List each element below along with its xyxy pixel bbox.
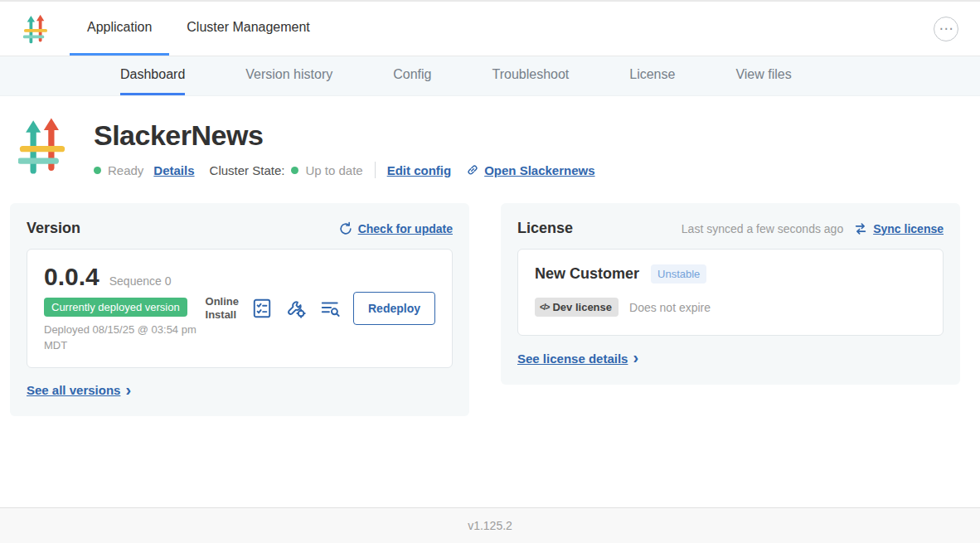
dashboard-cards: Version Check for update 0.0.4 Sequence … [0, 203, 980, 416]
version-actions: Online Install [206, 292, 435, 325]
license-type-row: </> Dev license Does not expire [535, 298, 926, 317]
see-all-versions-link[interactable]: See all versions › [27, 383, 131, 398]
currently-deployed-badge: Currently deployed version [44, 298, 187, 317]
ready-label: Ready [108, 163, 143, 177]
code-icon: </> [540, 303, 549, 312]
cluster-state-label: Cluster State: [210, 163, 285, 177]
subnav-item-troubleshoot[interactable]: Troubleshoot [492, 56, 569, 95]
config-tools-icon[interactable] [285, 298, 307, 319]
tab-cluster-management[interactable]: Cluster Management [169, 2, 327, 56]
app-header: SlackerNews Ready Details Cluster State:… [0, 96, 980, 178]
product-logo-icon [23, 2, 48, 56]
license-card-header-right: Last synced a few seconds ago Sync licen… [682, 221, 944, 236]
console-footer: v1.125.2 [0, 507, 980, 543]
cluster-state-dot [291, 167, 298, 174]
version-row: 0.0.4 Sequence 0 [44, 263, 206, 291]
console-version-label: v1.125.2 [468, 519, 512, 532]
app-header-text: SlackerNews Ready Details Cluster State:… [94, 118, 595, 178]
deployed-timestamp: Deployed 08/15/25 @ 03:54 pm MDT [44, 322, 206, 354]
chevron-right-icon: › [633, 349, 638, 366]
ready-status-dot [94, 167, 101, 174]
version-card: Version Check for update 0.0.4 Sequence … [10, 203, 469, 416]
see-license-details-link[interactable]: See license details › [517, 351, 638, 366]
last-synced-label: Last synced a few seconds ago [682, 222, 843, 235]
vertical-divider [375, 162, 376, 178]
details-link[interactable]: Details [153, 163, 194, 177]
open-app-link[interactable]: Open Slackernews [466, 163, 594, 177]
version-info: 0.0.4 Sequence 0 Currently deployed vers… [44, 263, 206, 354]
license-customer-row: New Customer Unstable [535, 264, 926, 284]
top-navbar: Application Cluster Management ⋯ [0, 0, 980, 56]
refresh-icon [338, 221, 353, 236]
external-link-icon [466, 163, 479, 177]
tab-cluster-management-label: Cluster Management [187, 20, 310, 35]
license-card-title: License [517, 220, 573, 237]
channel-badge: Unstable [651, 264, 706, 284]
version-card-title: Version [27, 220, 80, 237]
expiration-label: Does not expire [629, 301, 711, 314]
subnav-item-version-history[interactable]: Version history [245, 56, 332, 95]
subnav-item-license[interactable]: License [629, 56, 675, 95]
arrows-hash-logo-icon [18, 118, 66, 174]
ellipsis-icon: ⋯ [939, 22, 953, 36]
sequence-label: Sequence 0 [109, 274, 172, 288]
license-card-header: License Last synced a few seconds ago Sy… [517, 220, 944, 237]
license-card: License Last synced a few seconds ago Sy… [501, 203, 960, 385]
arrows-hash-logo-icon [23, 14, 48, 44]
subnav-item-view-files[interactable]: View files [735, 56, 791, 95]
view-logs-icon[interactable] [319, 298, 341, 319]
install-type-label: Online Install [206, 295, 239, 322]
app-title: SlackerNews [94, 119, 595, 152]
subnav-item-dashboard[interactable]: Dashboard [120, 56, 185, 95]
version-card-header: Version Check for update [27, 220, 453, 237]
tab-application[interactable]: Application [70, 2, 169, 56]
top-tabs: Application Cluster Management [70, 2, 327, 56]
app-logo [18, 118, 66, 178]
license-type-badge: </> Dev license [535, 298, 619, 317]
more-menu-button[interactable]: ⋯ [934, 17, 958, 41]
release-notes-icon[interactable] [251, 298, 273, 319]
license-panel: New Customer Unstable </> Dev license Do… [517, 249, 944, 336]
current-version-panel: 0.0.4 Sequence 0 Currently deployed vers… [27, 249, 453, 368]
check-for-update-link[interactable]: Check for update [338, 221, 453, 236]
redeploy-button[interactable]: Redeploy [353, 292, 435, 325]
edit-config-link[interactable]: Edit config [387, 163, 452, 177]
chevron-right-icon: › [125, 381, 131, 398]
customer-name: New Customer [535, 265, 639, 283]
cluster-state-value: Up to date [305, 163, 362, 177]
subnav-item-config[interactable]: Config [393, 56, 431, 95]
version-number: 0.0.4 [44, 263, 99, 291]
app-subnav: Dashboard Version history Config Trouble… [0, 56, 980, 96]
tab-application-label: Application [87, 20, 152, 35]
app-status-row: Ready Details Cluster State: Up to date … [94, 162, 595, 178]
sync-icon [853, 221, 868, 236]
sync-license-link[interactable]: Sync license [853, 221, 944, 236]
